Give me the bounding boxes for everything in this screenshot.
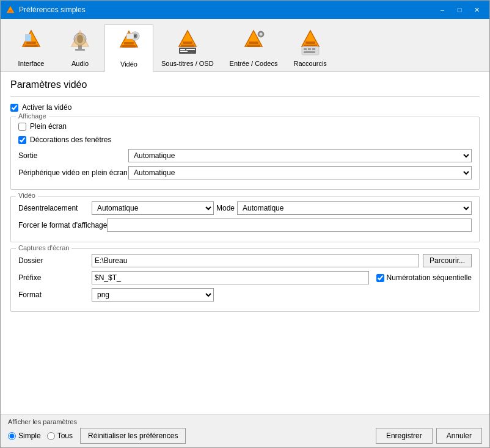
footer-bar: Afficher les paramètres Simple Tous Réin… [1,414,489,447]
svg-rect-24 [180,49,185,50]
title-bar-controls: – □ ✕ [434,4,485,16]
title-bar: Préférences simples – □ ✕ [1,1,489,19]
plein-ecran-label[interactable]: Plein écran [30,122,67,131]
svg-rect-19 [126,34,134,39]
svg-point-18 [134,35,136,37]
svg-rect-5 [24,45,38,47]
dossier-input[interactable] [92,254,419,267]
radio-group: Simple Tous [8,432,73,440]
svg-rect-38 [312,48,315,50]
format-label: Format [18,291,92,299]
prefixe-input[interactable] [92,271,369,284]
desentrelacement-select[interactable]: Automatique Activé Désactivé [92,201,214,215]
svg-rect-7 [26,35,31,41]
dossier-label: Dossier [18,256,92,265]
nav-item-codecs[interactable]: Entrée / Codecs [222,24,286,71]
forcer-format-input[interactable] [107,219,472,232]
svg-rect-28 [249,42,258,44]
radio-tous-input[interactable] [47,432,55,440]
audio-icon [65,28,95,57]
radio-simple-input[interactable] [8,432,16,440]
codecs-icon [239,28,268,57]
title-separator [10,96,480,97]
forcer-format-label: Forcer le format d'affichage [18,221,107,229]
decorations-label[interactable]: Décorations des fenêtres [30,135,111,144]
peripherique-select[interactable]: Automatique [128,166,472,179]
svg-rect-29 [247,45,260,47]
close-button[interactable]: ✕ [469,4,485,16]
numerotation-checkbox[interactable] [376,274,384,282]
reinitialiser-button[interactable]: Réinitialiser les préférences [80,428,186,444]
svg-rect-39 [304,51,315,53]
sortie-select[interactable]: Automatique DirectX (DirectDraw) video o… [128,149,472,162]
svg-rect-14 [124,42,134,45]
sortie-label: Sortie [18,151,128,160]
svg-rect-4 [26,42,36,44]
nav-item-video[interactable]: Vidéo [104,24,153,72]
svg-rect-37 [308,48,311,50]
activate-video-checkbox[interactable] [10,104,18,112]
minimize-button[interactable]: – [434,4,450,16]
affichage-group-label: Affichage [16,112,49,120]
nav-label-audio: Audio [71,60,89,67]
maximize-button[interactable]: □ [452,4,467,16]
mode-select[interactable]: Automatique Blend Bob Discard [237,201,472,215]
main-content: Paramètres vidéo Activer la vidéo Affich… [1,72,489,414]
peripherique-label: Périphérique vidéo en plein écran [18,168,128,177]
title-bar-left: Préférences simples [5,5,86,15]
nav-label-interface: Interface [18,60,45,67]
forcer-format-row: Forcer le format d'affichage [18,219,472,232]
nav-item-subtitles[interactable]: Sous-titres / OSD [153,24,222,71]
mode-label: Mode [216,204,235,212]
footer-right: Enregistrer Annuler [376,428,482,444]
captures-group: Captures d'écran Dossier Parcourir... Pr… [10,248,480,312]
window-title: Préférences simples [19,5,86,14]
footer-controls: Simple Tous Réinitialiser les préférence… [8,428,482,444]
plein-ecran-checkbox[interactable] [18,123,26,131]
nav-item-interface[interactable]: Interface [7,24,56,71]
svg-rect-21 [183,42,192,44]
nav-label-video: Vidéo [120,60,137,68]
sortie-row: Sortie Automatique DirectX (DirectDraw) … [18,149,472,162]
video-icon [114,29,144,58]
prefixe-label: Préfixe [18,273,92,282]
svg-rect-2 [9,12,13,13]
annuler-button[interactable]: Annuler [436,428,482,444]
subtitles-icon [173,28,202,57]
footer-left: Simple Tous Réinitialiser les préférence… [8,428,186,444]
format-select[interactable]: png jpg bmp tiff [92,288,214,302]
page-title: Paramètres vidéo [10,79,480,90]
svg-rect-11 [75,49,85,51]
svg-marker-20 [179,31,196,46]
svg-rect-22 [181,45,194,47]
nav-item-shortcuts[interactable]: Raccourcis [285,24,334,71]
nav-label-shortcuts: Raccourcis [293,60,326,67]
activate-video-label[interactable]: Activer la vidéo [22,103,71,112]
nav-item-audio[interactable]: Audio [56,24,104,71]
shortcuts-icon [296,28,325,57]
radio-simple-label[interactable]: Simple [18,432,41,440]
affichage-group: Affichage Plein écran Décorations des fe… [10,117,480,190]
svg-rect-1 [9,10,12,12]
main-window: Préférences simples – □ ✕ Interface [0,0,490,448]
dossier-row: Dossier Parcourir... [18,254,472,267]
decorations-checkbox[interactable] [18,136,26,144]
svg-rect-35 [302,46,319,55]
vlc-title-icon [5,5,15,15]
video-group-label: Vidéo [16,192,38,199]
svg-point-31 [260,33,263,36]
enregistrer-button[interactable]: Enregistrer [376,428,433,444]
desentrelacement-row: Désentrelacement Automatique Activé Désa… [18,201,472,215]
svg-marker-32 [302,31,319,46]
radio-simple: Simple [8,432,41,440]
captures-group-label: Captures d'écran [16,244,71,251]
nav-label-subtitles: Sous-titres / OSD [161,60,214,67]
numerotation-label[interactable]: Numérotation séquentielle [387,273,472,282]
svg-rect-33 [305,42,315,44]
svg-rect-36 [304,48,307,50]
plein-ecran-row: Plein écran [18,122,472,131]
prefixe-row: Préfixe Numérotation séquentielle [18,271,472,284]
parcourir-button[interactable]: Parcourir... [423,254,472,267]
radio-tous-label[interactable]: Tous [57,432,73,440]
radio-tous: Tous [47,432,73,440]
